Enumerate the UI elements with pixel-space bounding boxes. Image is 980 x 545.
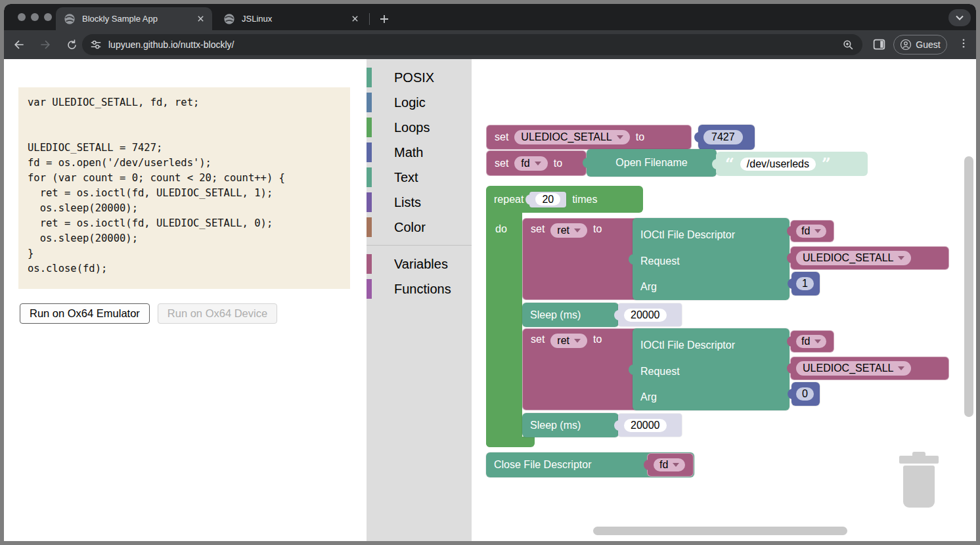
dropdown-arrow-icon — [673, 463, 679, 467]
block-number-arg-1[interactable]: 1 — [791, 272, 820, 295]
block-variable-request-1[interactable]: ULEDIOC_SETALL — [790, 246, 949, 270]
variable-dropdown-request[interactable]: ULEDIOC_SETALL — [796, 361, 911, 376]
block-number-7427[interactable]: 7427 — [698, 125, 755, 150]
sleep-label: Sleep (ms) — [530, 309, 581, 321]
trash-can-icon[interactable] — [898, 452, 940, 510]
block-number-arg-2[interactable]: 0 — [791, 382, 820, 406]
variable-dropdown-fd[interactable]: fd — [796, 335, 826, 348]
variable-dropdown-ret[interactable]: ret — [550, 334, 587, 348]
window-minimize-button[interactable] — [31, 13, 39, 21]
site-settings-icon[interactable] — [90, 39, 102, 51]
run-buttons-row: Run on Ox64 Emulator Run on Ox64 Device — [20, 303, 277, 324]
dropdown-arrow-icon — [898, 256, 904, 260]
browser-window: Blockly Sample App JSLinux — [0, 0, 980, 545]
variable-dropdown-request[interactable]: ULEDIOC_SETALL — [796, 251, 911, 265]
open-filename-label: Open Filename — [615, 157, 687, 169]
number-field[interactable]: 0 — [796, 387, 814, 401]
times-label: times — [572, 194, 597, 206]
repeat-do-label: do — [495, 223, 507, 235]
dropdown-arrow-icon — [898, 366, 904, 370]
string-field[interactable]: /dev/userleds — [740, 158, 816, 171]
number-field[interactable]: 1 — [796, 277, 814, 290]
variable-dropdown-fd[interactable]: fd — [514, 156, 547, 171]
tab-blockly-sample-app[interactable]: Blockly Sample App — [56, 7, 212, 30]
window-close-button[interactable] — [18, 13, 26, 21]
blockly-toolbox: POSIX Logic Loops Math Text — [367, 59, 472, 541]
tab-jslinux[interactable]: JSLinux — [215, 7, 367, 30]
block-sleep-2[interactable]: Sleep (ms) — [522, 413, 619, 437]
category-label: Text — [394, 170, 418, 185]
browser-inner-window: Blockly Sample App JSLinux — [4, 4, 976, 541]
toolbox-category-posix[interactable]: POSIX — [367, 65, 472, 90]
new-tab-button[interactable] — [376, 11, 393, 28]
window-zoom-button[interactable] — [44, 13, 52, 21]
category-color-bar — [367, 167, 372, 187]
block-number-sleep-1[interactable]: 20000 — [618, 303, 682, 326]
block-variable-fd-close[interactable]: fd — [647, 453, 694, 477]
back-button[interactable] — [8, 33, 30, 56]
reload-button[interactable] — [60, 33, 83, 56]
block-variable-fd-ioctl-1[interactable]: fd — [790, 220, 834, 242]
toolbox-separator — [367, 245, 472, 246]
url-text[interactable]: lupyuen.github.io/nuttx-blockly/ — [108, 39, 842, 50]
block-string-filename[interactable]: “ /dev/userleds ” — [716, 152, 868, 176]
toolbox-category-functions[interactable]: Functions — [367, 276, 472, 301]
block-ioctl-2[interactable]: IOCtl File Descriptor Request Arg — [633, 328, 790, 410]
variable-dropdown-fd[interactable]: fd — [654, 458, 685, 471]
block-set-variable-ret-1[interactable]: set ret to — [522, 218, 641, 300]
address-bar[interactable]: lupyuen.github.io/nuttx-blockly/ — [82, 34, 862, 55]
block-set-variable-uledioc[interactable]: set ULEDIOC_SETALL to — [486, 125, 692, 150]
workspace-horizontal-scrollbar[interactable] — [593, 527, 847, 535]
tab-close-icon[interactable] — [349, 14, 360, 24]
trash-lid — [899, 456, 939, 464]
block-repeat-times[interactable]: repeat 20 times — [486, 186, 643, 213]
block-open-filename[interactable]: Open Filename — [587, 149, 717, 177]
category-label: Loops — [394, 120, 430, 135]
variable-dropdown-fd[interactable]: fd — [796, 225, 826, 238]
three-dot-menu-icon — [958, 37, 969, 49]
block-ioctl-1[interactable]: IOCtl File Descriptor Request Arg — [633, 218, 790, 300]
value-notch — [525, 194, 532, 205]
ioctl-arg-label: Arg — [640, 384, 657, 410]
category-color-bar — [367, 142, 372, 162]
toolbox-category-text[interactable]: Text — [367, 165, 472, 190]
variable-dropdown-uledioc[interactable]: ULEDIOC_SETALL — [514, 130, 629, 144]
block-variable-request-2[interactable]: ULEDIOC_SETALL — [790, 357, 949, 380]
toolbox-category-math[interactable]: Math — [367, 140, 472, 165]
profile-button[interactable]: Guest — [893, 35, 947, 54]
value-notch — [787, 363, 793, 374]
workspace-vertical-scrollbar[interactable] — [964, 156, 973, 417]
toolbox-category-variables[interactable]: Variables — [367, 251, 472, 276]
value-notch — [629, 254, 635, 265]
block-sleep-1[interactable]: Sleep (ms) — [522, 303, 619, 327]
dropdown-arrow-icon — [814, 339, 821, 343]
toolbox-category-lists[interactable]: Lists — [367, 190, 472, 215]
block-set-variable-fd[interactable]: set fd to — [486, 150, 587, 176]
block-number-sleep-2[interactable]: 20000 — [618, 414, 682, 437]
run-emulator-button[interactable]: Run on Ox64 Emulator — [20, 303, 150, 324]
toolbox-category-color[interactable]: Color — [367, 215, 472, 240]
to-label: to — [593, 223, 602, 235]
variable-name: ULEDIOC_SETALL — [803, 252, 893, 264]
toolbox-category-logic[interactable]: Logic — [367, 90, 472, 115]
variable-name: fd — [801, 225, 810, 237]
block-repeat-loop-spine[interactable] — [486, 213, 522, 447]
forward-button[interactable] — [34, 33, 56, 56]
ioctl-title: IOCtl File Descriptor — [640, 332, 735, 359]
number-field[interactable]: 20000 — [624, 419, 667, 432]
number-field[interactable]: 20000 — [624, 309, 667, 322]
value-notch — [644, 460, 650, 470]
value-notch — [629, 364, 635, 375]
block-set-variable-ret-2[interactable]: set ret to — [522, 328, 641, 410]
block-variable-fd-ioctl-2[interactable]: fd — [790, 330, 834, 353]
toolbox-category-loops[interactable]: Loops — [367, 115, 472, 140]
tab-search-button[interactable] — [948, 9, 971, 26]
side-panel-button[interactable] — [872, 37, 886, 54]
tab-close-icon[interactable] — [195, 14, 206, 24]
browser-menu-button[interactable] — [958, 37, 969, 52]
block-number-repeat-count[interactable]: 20 — [529, 192, 566, 207]
variable-dropdown-ret[interactable]: ret — [550, 223, 587, 238]
number-field[interactable]: 7427 — [703, 130, 743, 144]
repeat-count-field[interactable]: 20 — [535, 193, 560, 206]
zoom-search-icon[interactable] — [842, 39, 855, 51]
